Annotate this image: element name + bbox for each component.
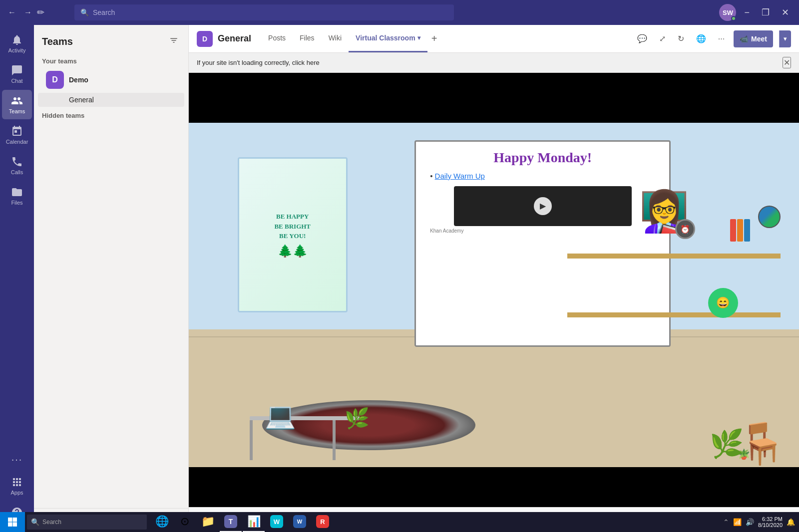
- sidebar-label-apps: Apps: [10, 490, 23, 496]
- book-1: [730, 219, 736, 242]
- team-avatar-demo: D: [46, 71, 64, 89]
- sidebar-item-activity[interactable]: Activity: [2, 29, 32, 58]
- forward-button[interactable]: →: [21, 5, 35, 19]
- info-banner: If your site isn't loading correctly, cl…: [189, 53, 799, 73]
- tab-wiki[interactable]: Wiki: [322, 25, 349, 52]
- search-bar[interactable]: 🔍: [74, 4, 454, 20]
- meet-button[interactable]: 📹 Meet: [734, 30, 773, 47]
- taskbar-up-arrow-icon[interactable]: ⌃: [723, 518, 729, 526]
- tab-virtual-classroom[interactable]: Virtual Classroom ▾: [349, 25, 427, 52]
- channel-name-header: General: [218, 33, 251, 44]
- teams-icon: [11, 95, 23, 107]
- hidden-teams-label: Hidden teams: [34, 107, 188, 124]
- tab-virtual-classroom-label: Virtual Classroom: [356, 34, 415, 42]
- taskbar-sound-icon[interactable]: 🔊: [746, 518, 754, 526]
- globe-action-button[interactable]: 🌐: [693, 31, 709, 46]
- titlebar: ← → ✏ 🔍 SW − ❐ ✕: [0, 0, 799, 25]
- taskbar-red-app-button[interactable]: R: [312, 512, 334, 532]
- online-status-indicator: [731, 16, 736, 21]
- more-icon: ···: [11, 454, 23, 465]
- taskbar-edge-button[interactable]: 🌐: [151, 512, 173, 532]
- taskbar-word-button[interactable]: W: [289, 512, 311, 532]
- minimize-button[interactable]: −: [740, 5, 754, 20]
- svg-rect-2: [8, 523, 12, 527]
- bonsai-icon: 🌿: [345, 407, 370, 430]
- start-button[interactable]: [0, 512, 25, 532]
- taskbar-time-display[interactable]: 6:32 PM 8/10/2020: [758, 516, 783, 528]
- tab-posts-label: Posts: [268, 34, 286, 42]
- taskbar-network-icon[interactable]: 📶: [733, 518, 742, 526]
- apps-icon: [11, 476, 23, 488]
- meet-dropdown-button[interactable]: ▾: [779, 30, 791, 47]
- avatar-initials: SW: [723, 9, 733, 16]
- search-icon: 🔍: [80, 8, 89, 16]
- taskbar-teams-button[interactable]: T: [220, 512, 242, 532]
- taskbar-notification-icon[interactable]: 🔔: [787, 518, 795, 526]
- chat-icon: [11, 64, 23, 76]
- comment-action-button[interactable]: 💬: [634, 31, 650, 46]
- sidebar-item-apps[interactable]: Apps: [2, 471, 32, 501]
- daily-warm-up-link[interactable]: Daily Warm Up: [435, 172, 485, 180]
- teams-panel-header: Teams: [34, 25, 188, 54]
- tab-posts[interactable]: Posts: [261, 25, 293, 52]
- tab-files[interactable]: Files: [293, 25, 322, 52]
- sidebar-item-teams[interactable]: Teams: [2, 90, 32, 119]
- taskbar-chrome-button[interactable]: ⊙: [174, 512, 196, 532]
- poster-line1: BE HAPPY: [274, 212, 311, 222]
- taskbar-search-placeholder: Search: [42, 519, 61, 526]
- sidebar-item-chat[interactable]: Chat: [2, 59, 32, 89]
- close-button[interactable]: ✕: [778, 5, 793, 20]
- sidebar-label-calls: Calls: [11, 169, 23, 175]
- restore-button[interactable]: ❐: [758, 5, 774, 20]
- phone-icon: [11, 156, 23, 168]
- taskbar-search-icon: 🔍: [31, 518, 39, 526]
- video-thumbnail[interactable]: ▶: [454, 186, 632, 226]
- filter-button[interactable]: [167, 34, 180, 49]
- svg-rect-1: [13, 518, 17, 522]
- tab-dropdown-icon: ▾: [417, 34, 420, 41]
- svg-rect-3: [13, 523, 17, 527]
- play-button[interactable]: ▶: [534, 197, 552, 215]
- sidebar-label-files: Files: [11, 200, 22, 206]
- books-decoration: [730, 219, 750, 242]
- taskbar-right: ⌃ 📶 🔊 6:32 PM 8/10/2020 🔔: [723, 516, 799, 528]
- team-item-demo[interactable]: D Demo ···: [38, 67, 184, 93]
- team-name-demo: Demo: [69, 76, 169, 84]
- more-action-button[interactable]: ···: [715, 31, 728, 46]
- sidebar-item-calls[interactable]: Calls: [2, 151, 32, 180]
- app-sidebar: Activity Chat Teams Calendar Calls Files: [0, 25, 34, 532]
- taskbar-apps: 🌐 ⊙ 📁 T 📊 W W: [151, 512, 334, 532]
- tab-wiki-label: Wiki: [329, 34, 342, 42]
- channel-avatar: D: [197, 31, 213, 47]
- whiteboard-title: Happy Monday!: [493, 150, 592, 166]
- poster-text: BE HAPPY BE BRIGHT BE YOU!: [274, 212, 311, 241]
- refresh-action-button[interactable]: ↻: [675, 31, 687, 46]
- info-banner-close-button[interactable]: ✕: [783, 57, 791, 68]
- titlebar-right: SW − ❐ ✕: [719, 4, 799, 21]
- video-caption: Khan Academy: [424, 228, 463, 234]
- taskbar-powerpoint-button[interactable]: 📊: [243, 512, 265, 532]
- channel-item-general[interactable]: General: [38, 93, 184, 107]
- sidebar-item-calendar[interactable]: Calendar: [2, 120, 32, 150]
- book-2: [737, 219, 743, 242]
- explorer-icon: 📁: [201, 515, 215, 528]
- add-tab-button[interactable]: +: [427, 33, 441, 44]
- slide-background: ⏰ 😄 Happy Monday! • Daily Warm Up ▶ Khan…: [189, 123, 799, 467]
- meet-label: Meet: [751, 35, 767, 43]
- sidebar-label-activity: Activity: [8, 47, 26, 53]
- expand-action-button[interactable]: ⤢: [656, 31, 669, 46]
- poster-trees: 🌲🌲: [278, 244, 308, 258]
- code-taskbar-icon: W: [270, 515, 283, 528]
- sidebar-item-files[interactable]: Files: [2, 181, 32, 211]
- taskbar-code-button[interactable]: W: [266, 512, 288, 532]
- teams-taskbar-icon: T: [224, 515, 237, 528]
- user-avatar-button[interactable]: SW: [719, 4, 736, 21]
- search-input[interactable]: [93, 8, 448, 16]
- book-3: [744, 219, 750, 242]
- taskbar-explorer-button[interactable]: 📁: [197, 512, 219, 532]
- calendar-icon: [11, 125, 23, 137]
- back-button[interactable]: ←: [5, 5, 19, 19]
- sidebar-item-more[interactable]: ···: [2, 449, 32, 470]
- compose-icon[interactable]: ✏: [37, 7, 44, 18]
- taskbar-search-bar[interactable]: 🔍 Search: [27, 515, 147, 530]
